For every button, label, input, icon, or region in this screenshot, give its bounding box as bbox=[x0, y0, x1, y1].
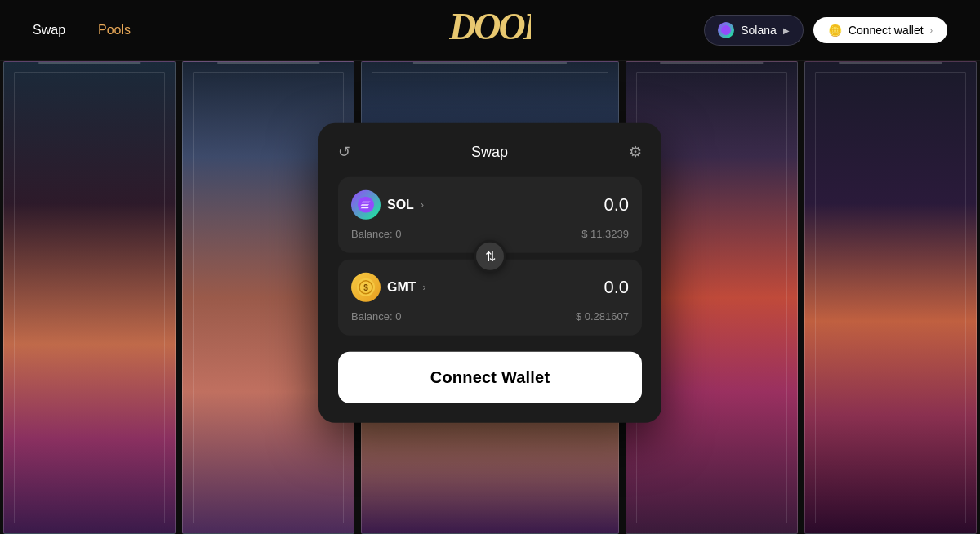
connect-wallet-header-button[interactable]: 🪙 Connect wallet › bbox=[813, 17, 947, 43]
svg-point-1 bbox=[721, 25, 731, 35]
swap-direction-button[interactable]: ⇅ bbox=[474, 240, 506, 273]
sol-token-icon bbox=[351, 190, 381, 220]
navbar: Swap Pools DOOR Solana ▶ 🪙 Connect walle… bbox=[0, 0, 980, 61]
nav-right: Solana ▶ 🪙 Connect wallet › bbox=[704, 15, 947, 46]
from-usd-value: $ 11.3239 bbox=[581, 228, 629, 240]
solana-icon bbox=[718, 22, 734, 38]
connect-wallet-header-label: Connect wallet bbox=[849, 24, 924, 37]
svg-text:DOOR: DOOR bbox=[449, 7, 531, 47]
from-token-selector[interactable]: SOL › bbox=[351, 190, 424, 220]
gmt-token-icon: $ bbox=[351, 273, 381, 302]
from-token-chevron-icon: › bbox=[421, 199, 424, 211]
to-token-row: $ GMT › bbox=[351, 273, 629, 302]
to-token-footer: Balance: 0 $ 0.281607 bbox=[351, 310, 629, 323]
from-token-name: SOL bbox=[387, 198, 414, 212]
from-token-amount-input[interactable] bbox=[531, 194, 629, 216]
to-token-chevron-icon: › bbox=[423, 282, 426, 293]
wallet-icon: 🪙 bbox=[828, 24, 842, 37]
nav-pools[interactable]: Pools bbox=[98, 23, 131, 38]
arch-panel-5 bbox=[804, 61, 977, 534]
connect-wallet-main-button[interactable]: Connect Wallet bbox=[338, 352, 642, 403]
arch-panel-1 bbox=[3, 61, 176, 534]
to-token-selector[interactable]: $ GMT › bbox=[351, 273, 426, 302]
to-token-amount-input[interactable] bbox=[531, 277, 629, 298]
nav-swap[interactable]: Swap bbox=[33, 23, 65, 38]
solana-label: Solana bbox=[741, 24, 777, 37]
settings-icon[interactable]: ⚙ bbox=[629, 143, 642, 161]
swap-title: Swap bbox=[471, 143, 508, 160]
to-token-name: GMT bbox=[387, 280, 416, 295]
to-balance-label: Balance: 0 bbox=[351, 310, 401, 323]
svg-text:$: $ bbox=[363, 283, 368, 292]
from-balance-label: Balance: 0 bbox=[351, 228, 401, 240]
logo: DOOR bbox=[449, 7, 531, 54]
solana-chevron-icon: ▶ bbox=[783, 26, 790, 35]
header-wallet-chevron-icon: › bbox=[930, 26, 933, 35]
swap-card-header: ↺ Swap ⚙ bbox=[338, 143, 642, 161]
from-token-footer: Balance: 0 $ 11.3239 bbox=[351, 228, 629, 240]
to-usd-value: $ 0.281607 bbox=[576, 310, 629, 323]
swap-card-overlay: ↺ Swap ⚙ SOL › Balance: 0 bbox=[318, 123, 662, 423]
from-token-row: SOL › bbox=[351, 190, 629, 220]
solana-network-button[interactable]: Solana ▶ bbox=[704, 15, 804, 46]
swap-card: ↺ Swap ⚙ SOL › Balance: 0 bbox=[318, 123, 662, 423]
nav-links: Swap Pools bbox=[33, 23, 131, 38]
refresh-icon[interactable]: ↺ bbox=[338, 143, 350, 161]
